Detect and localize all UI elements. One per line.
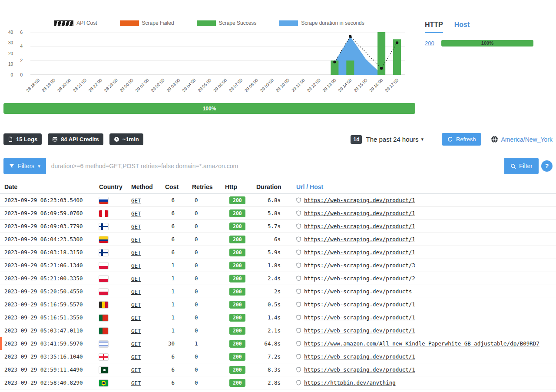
url-link[interactable]: https://web-scraping.dev/product/1: [304, 314, 415, 321]
http-cell: 200: [222, 285, 253, 298]
log-date: 2023-09-29 05:16:59.5570: [0, 298, 96, 311]
search-icon: [510, 163, 516, 169]
url-cell: https://web-scraping.dev/product/1: [293, 194, 556, 207]
legend-item[interactable]: Scrape Failed: [120, 20, 174, 26]
status-breakdown-panel: HTTP Host 200 100%: [415, 0, 553, 114]
method-link[interactable]: GET: [131, 328, 141, 334]
url-link[interactable]: https://web-scraping.dev/product/1: [304, 353, 415, 360]
method-link[interactable]: GET: [131, 197, 141, 204]
method-link[interactable]: GET: [131, 367, 141, 373]
table-row[interactable]: 2023-09-29 06:09:03.7790 GET 6 0 200 5.7…: [0, 220, 556, 233]
table-row[interactable]: 2023-09-29 06:23:03.5400 GET 6 0 200 6.8…: [0, 194, 556, 207]
apply-filter-button[interactable]: Filter: [504, 158, 539, 174]
legend-swatch-icon: [54, 20, 73, 26]
method-cell: GET: [128, 207, 162, 220]
method-link[interactable]: GET: [131, 262, 141, 269]
url-link[interactable]: https://web-scraping.dev/product/1: [304, 210, 415, 216]
method-link[interactable]: GET: [131, 236, 141, 243]
filters-dropdown-button[interactable]: Filters ▾: [3, 158, 46, 174]
log-date: 2023-09-29 03:35:16.1040: [0, 350, 96, 363]
table-row[interactable]: 2023-09-29 02:59:11.4490 GET 6 0 200 8.3…: [0, 363, 556, 376]
shield-icon: [296, 276, 301, 281]
method-link[interactable]: GET: [131, 341, 141, 347]
svg-text:4: 4: [20, 44, 23, 49]
cost-cell: 6: [162, 220, 189, 233]
cost-cell: 6: [162, 233, 189, 246]
filter-query-input[interactable]: [46, 158, 504, 174]
duration-cell: 1.4s: [253, 311, 293, 324]
header-http: Http: [222, 180, 253, 194]
status-code-link[interactable]: 200: [425, 40, 434, 47]
header-cost: Cost: [162, 180, 189, 194]
http-status-badge: 200: [229, 262, 245, 269]
retries-cell: 0: [189, 194, 222, 207]
legend-item[interactable]: API Cost: [54, 20, 97, 26]
svg-text:29 01:00: 29 01:00: [134, 77, 150, 93]
url-link[interactable]: https://web-scraping.dev/product/1: [304, 366, 415, 373]
url-link[interactable]: https://httpbin.dev/anything: [304, 379, 396, 386]
period-dropdown[interactable]: The past 24 hours ▾: [366, 136, 423, 143]
shield-icon: [296, 315, 301, 320]
legend-item[interactable]: Scrape Success: [197, 20, 257, 26]
cost-cell: 6: [162, 194, 189, 207]
tab-http[interactable]: HTTP: [425, 21, 443, 33]
table-row[interactable]: 2023-09-29 05:16:59.5570 GET 1 0 200 0.5…: [0, 298, 556, 311]
table-row[interactable]: 2023-09-29 06:09:59.0760 GET 6 0 200 5.8…: [0, 207, 556, 220]
url-link[interactable]: https://web-scraping.dev/product/1: [304, 236, 415, 243]
url-link[interactable]: https://web-scraping.dev/products: [304, 288, 412, 295]
table-row[interactable]: 2023-09-29 03:35:16.1040 GET 6 0 200 7.2…: [0, 350, 556, 363]
status-tabs: HTTP Host: [425, 21, 533, 33]
url-link[interactable]: https://web-scraping.dev/product/1: [304, 197, 415, 203]
svg-text:29 09:00: 29 09:00: [259, 77, 275, 93]
table-row[interactable]: 2023-09-29 05:21:06.1340 GET 1 0 200 1.8…: [0, 259, 556, 272]
url-link[interactable]: https://web-scraping.dev/product/1: [304, 249, 415, 256]
method-link[interactable]: GET: [131, 249, 141, 256]
url-link[interactable]: https://web-scraping.dev/product/1: [304, 301, 415, 308]
status-percent-label: 100%: [481, 40, 493, 46]
header-url-host-toggle[interactable]: Url / Host: [293, 180, 556, 194]
url-link[interactable]: https://web-scraping.dev/product/1: [304, 327, 415, 334]
url-link[interactable]: https://web-scraping.dev/product/3: [304, 262, 415, 269]
table-row[interactable]: 2023-09-29 05:16:51.3550 GET 1 0 200 1.4…: [0, 311, 556, 324]
method-link[interactable]: GET: [131, 276, 141, 282]
table-row[interactable]: 2023-09-29 05:21:00.3350 GET 1 0 200 2.4…: [0, 272, 556, 285]
timezone-selector[interactable]: America/New_York: [491, 136, 553, 143]
load-more-button[interactable]: Load More: [0, 389, 556, 392]
cost-cell: 1: [162, 324, 189, 337]
method-link[interactable]: GET: [131, 354, 141, 360]
url-link[interactable]: https://web-scraping.dev/product/1: [304, 223, 415, 229]
legend-item[interactable]: Scrape duration in seconds: [279, 20, 364, 26]
method-link[interactable]: GET: [131, 380, 141, 386]
method-link[interactable]: GET: [131, 315, 141, 321]
table-row[interactable]: 2023-09-29 03:41:59.5970 GET 30 1 200 64…: [0, 337, 556, 350]
table-row[interactable]: 2023-09-29 02:58:40.8290 GET 6 0 200 2.8…: [0, 376, 556, 389]
duration-cell: 8.3s: [253, 363, 293, 376]
duration-cell: 7.2s: [253, 350, 293, 363]
table-row[interactable]: 2023-09-29 06:03:18.3150 GET 6 0 200 5.9…: [0, 246, 556, 259]
country-cell: [96, 363, 128, 376]
country-flag-icon: [99, 210, 108, 217]
filter-help-button[interactable]: ?: [541, 160, 553, 172]
url-link[interactable]: https://web-scraping.dev/product/2: [304, 275, 415, 282]
country-cell: [96, 220, 128, 233]
url-link[interactable]: https://www.amazon.com/All-new-Kindle-Pa…: [304, 340, 539, 347]
refresh-button[interactable]: Refresh: [442, 133, 482, 146]
filter-bar: Filters ▾ Filter ?: [3, 158, 553, 174]
log-date: 2023-09-29 05:16:51.3550: [0, 311, 96, 324]
retries-cell: 0: [189, 363, 222, 376]
method-link[interactable]: GET: [131, 223, 141, 230]
url-cell: https://web-scraping.dev/product/1: [293, 324, 556, 337]
tab-host[interactable]: Host: [454, 21, 470, 33]
filters-button-label: Filters: [18, 163, 34, 169]
table-row[interactable]: 2023-09-29 05:20:50.4550 GET 1 0 200 2s: [0, 285, 556, 298]
http-cell: 200: [222, 298, 253, 311]
funnel-icon: [9, 163, 14, 169]
table-row[interactable]: 2023-09-29 05:03:47.0110 GET 1 0 200 2.1…: [0, 324, 556, 337]
method-link[interactable]: GET: [131, 210, 141, 217]
country-cell: [96, 350, 128, 363]
method-link[interactable]: GET: [131, 302, 141, 308]
table-row[interactable]: 2023-09-29 06:04:23.5300 GET 6 0 200 6s: [0, 233, 556, 246]
url-cell: https://web-scraping.dev/product/1: [293, 311, 556, 324]
cost-cell: 1: [162, 259, 189, 272]
method-link[interactable]: GET: [131, 289, 141, 295]
